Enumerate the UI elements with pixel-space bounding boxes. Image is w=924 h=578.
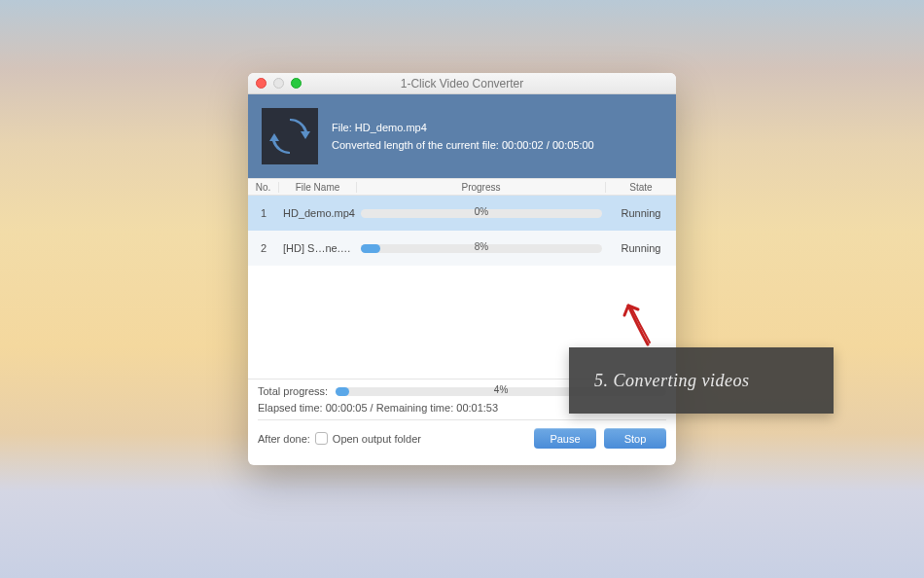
after-done-label: After done: (258, 433, 310, 445)
file-label: File: (332, 122, 352, 133)
file-info: File: HD_demo.mp4 Converted length of th… (332, 122, 594, 151)
table-row[interactable]: 2 [HD] S…ne.mp4 8% Running (248, 231, 676, 266)
cell-progress: 0% (357, 207, 606, 219)
converted-prefix: Converted length of the current file: (332, 139, 499, 151)
cell-progress: 8% (357, 242, 606, 254)
pause-button[interactable]: Pause (534, 428, 596, 449)
current-file-line: File: HD_demo.mp4 (332, 122, 594, 133)
remaining-label: Remaining time: (376, 402, 453, 414)
col-header-no: No. (248, 182, 279, 193)
window-title: 1-Click Video Converter (248, 77, 676, 90)
bottom-row: After done: Open output folder Pause Sto… (258, 428, 666, 449)
cell-file: HD_demo.mp4 (279, 207, 357, 219)
elapsed-time: 00:00:05 (326, 402, 368, 414)
after-done-group: After done: Open output folder (258, 432, 421, 445)
titlebar[interactable]: 1-Click Video Converter (248, 73, 676, 94)
open-output-label: Open output folder (333, 433, 421, 445)
col-header-progress: Progress (357, 182, 606, 193)
col-header-state: State (606, 182, 676, 193)
col-header-file: File Name (279, 182, 357, 193)
cell-state: Running (606, 242, 676, 254)
cell-state: Running (606, 207, 676, 219)
cell-file: [HD] S…ne.mp4 (279, 242, 357, 254)
total-progress-label: Total progress: (258, 385, 328, 397)
header-panel: File: HD_demo.mp4 Converted length of th… (248, 94, 676, 178)
converted-time: 00:00:02 (502, 139, 544, 151)
app-logo-icon (262, 108, 318, 164)
elapsed-label: Elapsed time: (258, 402, 323, 414)
remaining-time: 00:01:53 (456, 402, 498, 414)
stop-button[interactable]: Stop (604, 428, 666, 449)
progress-label: 0% (361, 206, 602, 217)
annotation-callout: 5. Converting videos (569, 347, 834, 414)
table-row[interactable]: 1 HD_demo.mp4 0% Running (248, 196, 676, 231)
progress-label: 8% (361, 241, 602, 252)
converted-line: Converted length of the current file: 00… (332, 139, 594, 151)
file-name: HD_demo.mp4 (355, 122, 427, 133)
cell-no: 2 (248, 242, 279, 254)
table-header: No. File Name Progress State (248, 178, 676, 196)
cell-no: 1 (248, 207, 279, 219)
open-output-checkbox[interactable] (315, 432, 328, 445)
callout-text: 5. Converting videos (594, 371, 749, 391)
total-time: 00:05:00 (552, 139, 594, 151)
